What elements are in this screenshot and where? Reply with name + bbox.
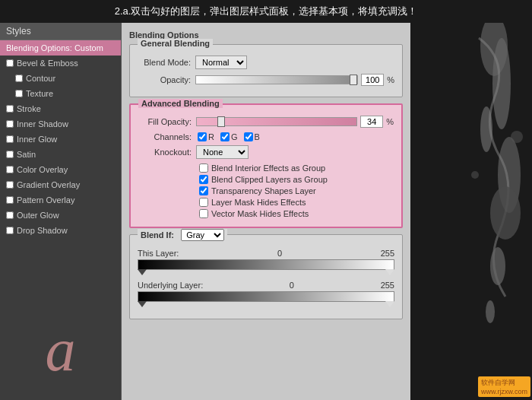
sidebar-item-contour[interactable]: Contour — [0, 71, 121, 86]
blend-if-label: Blend If: — [141, 230, 174, 240]
layer-mask-checkbox[interactable] — [199, 198, 208, 207]
this-layer-values: This Layer: 0 255 — [138, 249, 394, 259]
sidebar-item-color-overlay[interactable]: Color Overlay — [0, 162, 121, 177]
knockout-select[interactable]: None Shallow Deep — [196, 145, 249, 159]
drop-shadow-checkbox[interactable] — [6, 227, 14, 234]
blend-interior-checkbox[interactable] — [199, 163, 208, 173]
sidebar-item-satin[interactable]: Satin — [0, 147, 121, 162]
channel-r-label: R — [208, 132, 214, 141]
sidebar-item-inner-shadow[interactable]: Inner Shadow — [0, 116, 121, 132]
ink-splatter-svg — [410, 23, 532, 388]
underlying-layer-left-thumb[interactable] — [138, 301, 147, 307]
vector-mask-label: Vector Mask Hides Effects — [211, 209, 309, 218]
sidebar-item-blending-options[interactable]: Blending Options: Custom — [0, 40, 121, 56]
satin-checkbox[interactable] — [6, 151, 14, 158]
fill-opacity-slider[interactable] — [196, 117, 357, 126]
sidebar-item-bevel-emboss[interactable]: Bevel & Emboss — [0, 56, 121, 71]
underlying-layer-max: 255 — [381, 281, 394, 290]
main-panel: Blending Options General Blending Blend … — [122, 23, 410, 400]
blend-clipped-label: Blend Clipped Layers as Group — [211, 175, 328, 184]
contour-checkbox[interactable] — [15, 75, 23, 82]
sidebar-item-outer-glow[interactable]: Outer Glow — [0, 208, 121, 223]
fill-opacity-row: Fill Opacity: 34 % — [138, 116, 394, 128]
blend-interior-label: Blend Interior Effects as Group — [211, 163, 325, 173]
channel-b: B — [244, 132, 260, 141]
opacity-row: Opacity: 100 % — [138, 74, 394, 86]
this-layer-label: This Layer: — [138, 249, 179, 258]
transparency-shapes-checkbox[interactable] — [199, 186, 208, 195]
vector-mask-checkbox[interactable] — [199, 209, 208, 218]
fill-opacity-value-input[interactable]: 34 — [360, 116, 383, 128]
banner-text: 2.a.双击勾好的图层，弹出图层样式面板，选择基本项，将填充调浅！ — [115, 5, 418, 17]
this-layer-gradient-slider[interactable] — [138, 259, 394, 270]
underlying-layer-gradient-slider[interactable] — [138, 291, 394, 302]
this-layer-right-thumb[interactable] — [385, 269, 394, 275]
this-layer-min: 0 — [277, 249, 282, 258]
blend-if-body: This Layer: 0 255 Underlying Layer: 0 25… — [138, 249, 394, 302]
channel-g-checkbox[interactable] — [220, 132, 230, 141]
this-layer-max: 255 — [381, 249, 394, 258]
color-overlay-checkbox[interactable] — [6, 166, 14, 173]
blend-if-title: Blend If: Gray Red Green Blue — [138, 229, 227, 241]
advanced-blending-group: Advanced Blending Fill Opacity: 34 % Cha — [129, 103, 403, 228]
fill-opacity-slider-container: 34 % — [196, 116, 394, 128]
right-panel: 软件自学网www.rjzxw.com — [410, 23, 532, 400]
outer-glow-checkbox[interactable] — [6, 211, 14, 219]
sidebar-item-pattern-overlay[interactable]: Pattern Overlay — [0, 192, 121, 208]
blend-mode-row: Blend Mode: Normal Multiply Screen Overl… — [138, 56, 394, 69]
svg-point-5 — [486, 300, 495, 323]
fill-opacity-slider-thumb[interactable] — [217, 116, 225, 127]
bevel-emboss-checkbox[interactable] — [6, 59, 14, 67]
pattern-overlay-checkbox[interactable] — [6, 196, 14, 204]
channel-b-label: B — [255, 132, 260, 141]
svg-point-1 — [492, 38, 511, 129]
underlying-layer-values: Underlying Layer: 0 255 — [138, 281, 394, 291]
general-blending-group: General Blending Blend Mode: Normal Mult… — [129, 44, 403, 97]
fill-opacity-label: Fill Opacity: — [138, 117, 192, 126]
advanced-blending-title: Advanced Blending — [138, 99, 223, 108]
svg-point-6 — [511, 131, 523, 143]
opacity-slider-container: 100 % — [195, 74, 394, 86]
blend-clipped-checkbox[interactable] — [199, 175, 208, 184]
stroke-checkbox[interactable] — [6, 105, 14, 113]
gradient-overlay-checkbox[interactable] — [6, 181, 14, 189]
underlying-layer-slider-container — [138, 291, 394, 302]
sidebar-item-inner-glow[interactable]: Inner Glow — [0, 132, 121, 147]
opacity-percent: % — [387, 75, 394, 84]
channel-r-checkbox[interactable] — [198, 132, 207, 141]
svg-point-8 — [490, 186, 521, 240]
inner-glow-checkbox[interactable] — [6, 135, 14, 143]
texture-checkbox[interactable] — [15, 90, 23, 97]
knockout-label: Knockout: — [138, 148, 192, 157]
channel-b-checkbox[interactable] — [244, 132, 253, 141]
underlying-layer-label: Underlying Layer: — [138, 281, 203, 290]
transparency-shapes-label: Transparency Shapes Layer — [211, 186, 316, 195]
general-blending-title: General Blending — [138, 39, 213, 48]
sidebar-item-gradient-overlay[interactable]: Gradient Overlay — [0, 177, 121, 192]
blend-clipped-row: Blend Clipped Layers as Group — [199, 175, 394, 184]
opacity-value-input[interactable]: 100 — [361, 74, 384, 86]
sidebar-item-texture[interactable]: Texture — [0, 86, 121, 101]
letter-a-decoration: a — [46, 316, 76, 385]
this-layer-slider-container — [138, 259, 394, 270]
vector-mask-row: Vector Mask Hides Effects — [199, 209, 394, 218]
sidebar-item-stroke[interactable]: Stroke — [0, 101, 121, 116]
opacity-slider-thumb[interactable] — [350, 75, 357, 85]
inner-shadow-checkbox[interactable] — [6, 120, 14, 128]
opacity-label: Opacity: — [138, 75, 191, 84]
channels-label: Channels: — [138, 132, 192, 141]
blend-if-section: Blend If: Gray Red Green Blue This Layer… — [129, 234, 403, 319]
sidebar-bottom: a — [0, 238, 121, 400]
knockout-row: Knockout: None Shallow Deep — [138, 145, 394, 159]
blend-mode-select[interactable]: Normal Multiply Screen Overlay — [195, 56, 247, 69]
this-layer-left-thumb[interactable] — [138, 269, 147, 275]
sidebar-item-drop-shadow[interactable]: Drop Shadow — [0, 223, 121, 238]
layer-mask-row: Layer Mask Hides Effects — [199, 198, 394, 207]
transparency-shapes-row: Transparency Shapes Layer — [199, 186, 394, 195]
opacity-slider[interactable] — [195, 75, 358, 84]
blend-if-channel-select[interactable]: Gray Red Green Blue — [181, 229, 224, 241]
sidebar: Styles Blending Options: Custom Bevel & … — [0, 23, 122, 400]
sidebar-title: Styles — [0, 23, 121, 40]
checkbox-section: Blend Interior Effects as Group Blend Cl… — [199, 163, 394, 218]
underlying-layer-right-thumb[interactable] — [385, 301, 394, 307]
